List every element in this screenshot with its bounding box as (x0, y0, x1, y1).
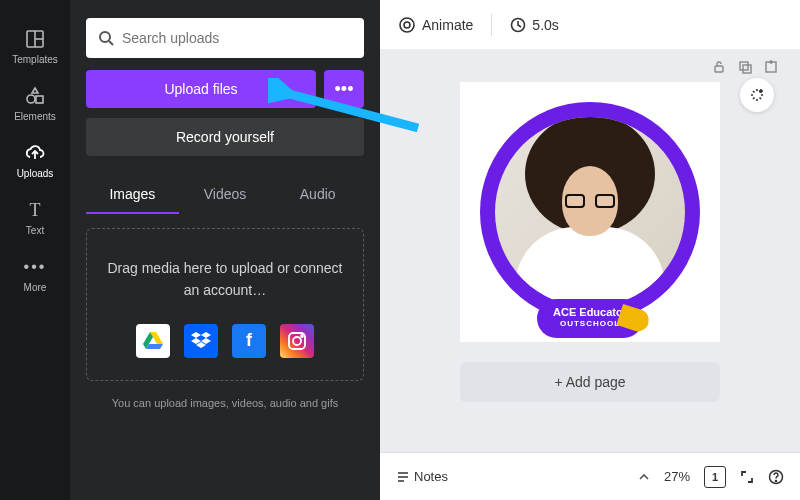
rail-label: More (24, 282, 47, 293)
badge-title: ACE Educator (553, 306, 627, 318)
templates-icon (24, 28, 46, 50)
rail-uploads[interactable]: Uploads (0, 132, 70, 189)
bottom-bar: Notes 27% 1 (380, 452, 800, 500)
rail-label: Text (26, 225, 44, 236)
rail-templates[interactable]: Templates (0, 18, 70, 75)
upload-dropzone[interactable]: Drag media here to upload or connect an … (86, 228, 364, 381)
photo-glasses (565, 194, 615, 208)
text-icon: T (24, 199, 46, 221)
animate-icon (398, 16, 416, 34)
search-input[interactable] (122, 30, 352, 46)
svg-point-11 (404, 22, 410, 28)
collapse-up-icon[interactable] (638, 471, 650, 483)
rail-text[interactable]: T Text (0, 189, 70, 246)
upload-row: Upload files ••• (86, 70, 364, 108)
page-indicator[interactable]: 1 (704, 466, 726, 488)
left-rail: Templates Elements Uploads T Text ••• Mo… (0, 0, 70, 500)
add-page-button[interactable]: + Add page (460, 362, 720, 402)
clock-icon (510, 17, 526, 33)
google-drive-icon[interactable] (136, 324, 170, 358)
duration-value: 5.0s (532, 17, 558, 33)
dropzone-text: Drag media here to upload or connect an … (105, 257, 345, 302)
rail-more[interactable]: ••• More (0, 246, 70, 303)
svg-rect-13 (715, 66, 723, 72)
tab-images[interactable]: Images (86, 176, 179, 214)
rail-label: Elements (14, 111, 56, 122)
svg-point-10 (400, 18, 414, 32)
uploads-icon (24, 142, 46, 164)
zoom-level[interactable]: 27% (664, 469, 690, 484)
rail-label: Templates (12, 54, 58, 65)
animate-button[interactable]: Animate (398, 16, 473, 34)
svg-rect-4 (36, 96, 43, 103)
magic-button[interactable] (740, 78, 774, 112)
upload-hint: You can upload images, videos, audio and… (86, 397, 364, 409)
ace-badge[interactable]: ACE Educator OUTSCHOOL (537, 299, 643, 338)
animate-label: Animate (422, 17, 473, 33)
badge-accent (616, 304, 651, 334)
editor-stage[interactable]: ACE Educator OUTSCHOOL + Add page (380, 50, 800, 452)
svg-point-8 (293, 337, 301, 345)
svg-point-3 (27, 95, 35, 103)
more-icon: ••• (24, 256, 46, 278)
upload-options-button[interactable]: ••• (324, 70, 364, 108)
duplicate-page-icon[interactable] (738, 60, 752, 74)
educator-photo[interactable] (495, 117, 685, 307)
search-container (86, 18, 364, 58)
photo-shirt (515, 227, 665, 307)
tab-videos[interactable]: Videos (179, 176, 272, 214)
media-tabs: Images Videos Audio (86, 176, 364, 214)
new-page-icon[interactable] (764, 60, 778, 74)
uploads-panel: Upload files ••• Record yourself Images … (70, 0, 380, 500)
divider (491, 14, 492, 36)
record-yourself-button[interactable]: Record yourself (86, 118, 364, 156)
svg-point-5 (100, 32, 110, 42)
svg-point-25 (775, 480, 776, 481)
design-page[interactable]: ACE Educator OUTSCHOOL (460, 82, 720, 342)
svg-point-9 (301, 335, 303, 337)
fullscreen-icon[interactable] (740, 470, 754, 484)
svg-line-6 (109, 41, 113, 45)
help-icon[interactable] (768, 469, 784, 485)
facebook-icon[interactable]: f (232, 324, 266, 358)
elements-icon (24, 85, 46, 107)
notes-label: Notes (414, 469, 448, 484)
unlock-icon[interactable] (712, 60, 726, 74)
svg-rect-15 (743, 65, 751, 73)
rail-label: Uploads (17, 168, 54, 179)
rail-elements[interactable]: Elements (0, 75, 70, 132)
search-icon (98, 30, 114, 46)
canvas-topbar: Animate 5.0s (380, 0, 800, 50)
canvas-area: Animate 5.0s (380, 0, 800, 500)
duration-button[interactable]: 5.0s (510, 17, 558, 33)
notes-button[interactable]: Notes (396, 469, 448, 484)
upload-files-button[interactable]: Upload files (86, 70, 316, 108)
tab-audio[interactable]: Audio (271, 176, 364, 214)
connect-account-icons: f (105, 324, 345, 358)
page-tools (712, 60, 778, 74)
circle-frame[interactable] (480, 102, 700, 322)
svg-rect-14 (740, 62, 748, 70)
instagram-icon[interactable] (280, 324, 314, 358)
dropbox-icon[interactable] (184, 324, 218, 358)
